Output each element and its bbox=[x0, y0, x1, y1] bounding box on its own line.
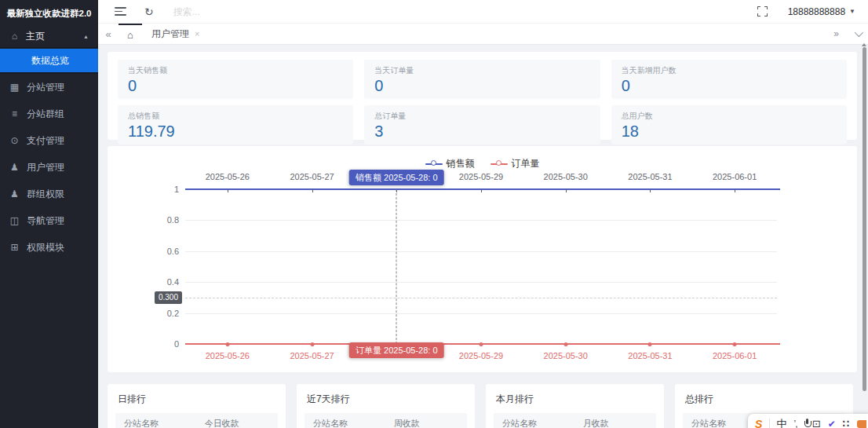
soft-keyboard-icon[interactable]: ⊡ bbox=[812, 419, 821, 428]
account-dropdown[interactable]: 18888888888 ▼ bbox=[788, 6, 855, 17]
orders-data-point bbox=[648, 342, 652, 346]
sidebar-item-group-permissions[interactable]: ♟ 群组权限 bbox=[0, 181, 98, 207]
punctuation-icon[interactable]: ’, bbox=[793, 419, 797, 428]
orders-data-point bbox=[733, 342, 737, 346]
sidebar-item-label: 分站群组 bbox=[27, 108, 64, 121]
sidebar-item-permission-modules[interactable]: ⊞ 权限模块 bbox=[0, 234, 98, 261]
sidebar-item-substation-groups[interactable]: ≡ 分站群组 bbox=[0, 101, 98, 127]
chinese-mode-icon[interactable]: 中 bbox=[776, 417, 786, 428]
module-icon: ⊞ bbox=[9, 242, 20, 253]
sidebar-item-user-management[interactable]: ♟ 用户管理 bbox=[0, 154, 98, 181]
toolbox-grid-icon[interactable]: ∷ bbox=[843, 418, 850, 428]
top-axis-tick bbox=[312, 189, 313, 192]
stat-label: 当天订单量 bbox=[374, 65, 589, 76]
users-icon: ♟ bbox=[9, 188, 20, 199]
search-input[interactable] bbox=[173, 6, 346, 17]
stat-card-total-sales: 总销售额 119.79 bbox=[118, 105, 353, 144]
sidebar-item-substation-management[interactable]: ▦ 分站管理 bbox=[0, 74, 98, 101]
sales-legend-marker-icon bbox=[425, 160, 443, 167]
ranking-title: 近7天排行 bbox=[297, 384, 475, 413]
pay-circle-icon: ⊙ bbox=[9, 135, 20, 146]
top-axis-tick bbox=[481, 189, 482, 192]
sales-axis-line bbox=[185, 188, 780, 190]
y-pointer-badge: 0.300 bbox=[155, 291, 182, 304]
top-axis-date-label: 2025-05-31 bbox=[628, 172, 672, 181]
column-header: 周收款 bbox=[394, 418, 467, 428]
y-axis-tick-label: 0.8 bbox=[154, 215, 179, 225]
vertical-scrollbar-thumb[interactable] bbox=[863, 47, 866, 391]
stat-card-today-orders: 当天订单量 0 bbox=[364, 60, 600, 99]
ime-more-icon[interactable] bbox=[857, 420, 866, 428]
tab-label: 用户管理 bbox=[151, 27, 189, 41]
stat-value: 3 bbox=[374, 123, 589, 141]
bottom-axis-date-label: 2025-05-29 bbox=[459, 351, 503, 360]
top-axis-tick bbox=[566, 189, 567, 192]
stat-label: 当天销售额 bbox=[128, 65, 343, 76]
sidebar-item-label: 分站管理 bbox=[27, 81, 64, 94]
top-axis-tick bbox=[650, 189, 651, 192]
top-axis-tick bbox=[735, 189, 735, 192]
sidebar-item-payment-management[interactable]: ⊙ 支付管理 bbox=[0, 127, 98, 154]
stat-label: 总销售额 bbox=[128, 111, 343, 122]
scrollbar-up-arrow-icon[interactable] bbox=[862, 43, 866, 46]
bottom-axis-date-label: 2025-05-30 bbox=[544, 351, 588, 360]
orders-data-point bbox=[563, 342, 567, 346]
sidebar-item-label: 导航管理 bbox=[27, 214, 64, 228]
sidebar-toggle-icon[interactable] bbox=[115, 7, 126, 16]
column-header: 今日收款 bbox=[205, 418, 278, 428]
legend-label: 销售额 bbox=[447, 157, 475, 170]
sidebar-home-label: 主页 bbox=[26, 30, 45, 43]
tabs-menu-icon[interactable] bbox=[847, 24, 868, 44]
y-axis-tick-label: 0.4 bbox=[154, 277, 179, 287]
legend-item-orders[interactable]: 订单量 bbox=[491, 157, 540, 170]
stat-value: 0 bbox=[622, 77, 837, 95]
y-gridline bbox=[185, 220, 777, 221]
bottom-axis-date-label: 2025-05-31 bbox=[628, 351, 672, 360]
skin-icon[interactable]: ✔ bbox=[828, 419, 836, 428]
tab-close-icon[interactable]: × bbox=[195, 30, 199, 38]
y-gridline bbox=[185, 313, 777, 314]
ranking-title: 本月排行 bbox=[486, 384, 664, 413]
top-axis-date-label: 2025-05-26 bbox=[206, 172, 250, 181]
legend-item-sales[interactable]: 销售额 bbox=[425, 157, 475, 170]
fullscreen-icon[interactable] bbox=[757, 6, 768, 16]
tabs-scroll-right-icon[interactable]: » bbox=[826, 24, 847, 44]
collapse-caret-icon: ▲ bbox=[83, 34, 89, 39]
orders-data-point bbox=[310, 342, 314, 346]
tabs-scroll-left-icon[interactable]: « bbox=[98, 24, 119, 44]
tab-user-management[interactable]: 用户管理 × bbox=[142, 24, 209, 44]
stat-card-total-orders: 总订单量 3 bbox=[364, 105, 600, 144]
orders-data-point bbox=[480, 342, 483, 346]
orders-tooltip-badge: 订单量 2025-05-28: 0 bbox=[349, 342, 444, 358]
top-header: ↻ 18888888888 ▼ bbox=[98, 0, 868, 24]
sogou-logo-icon[interactable]: S bbox=[755, 418, 762, 428]
top-axis-tick bbox=[228, 189, 228, 192]
column-header: 分站名称 bbox=[115, 418, 205, 428]
column-header: 月收款 bbox=[583, 418, 656, 428]
bottom-axis-date-label: 2025-05-27 bbox=[290, 351, 334, 360]
stats-panel: 当天销售额 0 当天订单量 0 当天新增用户数 0 总销售额 119.79 总订… bbox=[108, 52, 857, 140]
app-title: 最新独立收款进群2.0 bbox=[0, 0, 98, 25]
sidebar-submenu: 数据总览 bbox=[0, 47, 98, 74]
home-tab-icon: ⌂ bbox=[127, 29, 133, 41]
tab-home[interactable]: ⌂ bbox=[119, 24, 142, 44]
orders-data-point bbox=[225, 342, 229, 346]
stat-value: 0 bbox=[128, 77, 343, 95]
chart-plot-area: 10.80.60.40.202025-05-262025-05-262025-0… bbox=[185, 189, 777, 344]
stat-value: 0 bbox=[374, 77, 589, 95]
dropdown-caret-icon: ▼ bbox=[849, 8, 855, 15]
voice-input-icon[interactable] bbox=[804, 419, 804, 428]
tab-bar: « ⌂ 用户管理 × » bbox=[98, 24, 868, 45]
refresh-icon[interactable]: ↻ bbox=[144, 6, 154, 17]
y-pointer-dashed-line bbox=[185, 298, 777, 298]
column-header: 分站名称 bbox=[305, 418, 394, 428]
sidebar-item-navigation-management[interactable]: ◫ 导航管理 bbox=[0, 207, 98, 234]
nav-icon: ◫ bbox=[9, 215, 20, 226]
sidebar-item-home[interactable]: ⌂ 主页 ▲ bbox=[0, 25, 98, 47]
top-axis-date-label: 2025-05-30 bbox=[544, 172, 588, 181]
ranking-panel-7days: 近7天排行 分站名称 周收款 bbox=[297, 384, 475, 428]
stat-card-today-sales: 当天销售额 0 bbox=[118, 60, 353, 99]
sidebar-item-label: 权限模块 bbox=[27, 241, 64, 254]
sidebar-item-data-overview[interactable]: 数据总览 bbox=[0, 49, 98, 72]
y-axis-tick-label: 1 bbox=[154, 185, 179, 194]
